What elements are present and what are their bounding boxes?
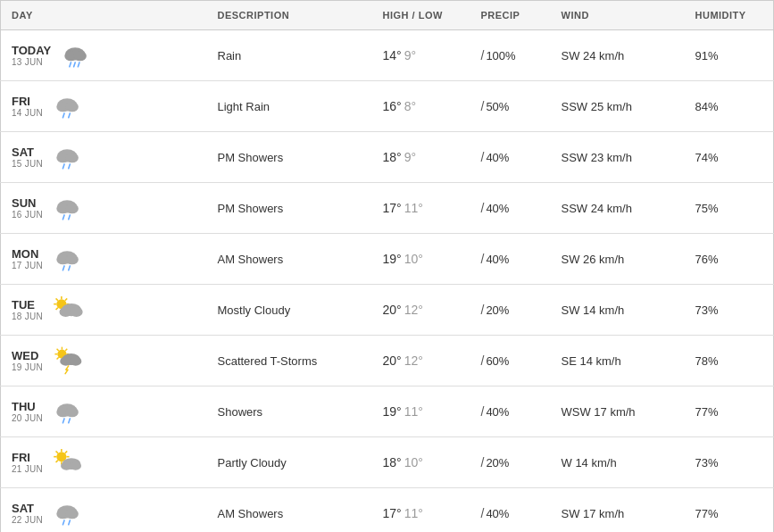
day-date: 16 JUN <box>12 210 43 220</box>
humidity-value: 84% <box>695 100 719 113</box>
temp-high: 20° <box>383 303 402 317</box>
humidity-value: 73% <box>695 303 719 317</box>
description-cell: PM Showers <box>207 132 372 183</box>
precip-value: 50% <box>486 100 509 113</box>
weather-icon <box>58 37 94 73</box>
day-cell: TODAY 13 JUN <box>1 30 207 81</box>
wind-value: W 14 km/h <box>562 456 617 470</box>
table-row: SUN 16 JUN PM Showers 17° 11° /40% <box>1 183 774 234</box>
day-date: 14 JUN <box>12 108 43 118</box>
day-date: 21 JUN <box>12 464 43 474</box>
wind-value: SE 14 km/h <box>562 354 621 368</box>
highlow-cell: 17° 11° <box>372 183 470 234</box>
humidity-cell: 78% <box>685 336 774 387</box>
svg-line-10 <box>69 113 71 118</box>
svg-line-53 <box>63 419 65 423</box>
day-name: FRI <box>12 451 43 464</box>
weather-icon <box>50 88 86 124</box>
description-text: Rain <box>218 49 242 62</box>
precip-cell: /40% <box>470 132 551 183</box>
temp-high: 19° <box>383 252 402 266</box>
day-name: WED <box>12 349 43 362</box>
svg-line-71 <box>69 520 71 525</box>
day-date: 22 JUN <box>12 515 43 525</box>
rain-drop-icon: / <box>481 404 485 419</box>
day-date: 13 JUN <box>12 57 51 67</box>
day-date: 20 JUN <box>12 413 43 423</box>
humidity-value: 76% <box>695 253 719 266</box>
day-name: SAT <box>12 145 43 159</box>
temp-low: 11° <box>404 404 423 419</box>
precip-value: 40% <box>486 202 509 215</box>
weather-icon <box>50 241 86 277</box>
table-row: FRI 14 JUN Light Rain 16° 8° /50% <box>1 81 774 132</box>
description-text: Scattered T-Storms <box>218 354 318 368</box>
description-text: Showers <box>218 405 263 419</box>
temp-low: 8° <box>404 99 416 113</box>
description-cell: AM Showers <box>207 488 372 533</box>
humidity-cell: 77% <box>685 488 774 533</box>
weather-icon <box>50 139 86 175</box>
temp-low: 11° <box>404 506 423 520</box>
wind-cell: W 14 km/h <box>551 437 685 488</box>
day-name: THU <box>12 400 43 413</box>
rain-drop-icon: / <box>481 303 485 317</box>
day-name: SAT <box>12 502 43 515</box>
highlow-cell: 19° 10° <box>372 234 470 285</box>
humidity-cell: 75% <box>685 183 774 234</box>
rain-drop-icon: / <box>481 353 485 368</box>
description-text: PM Showers <box>218 151 284 164</box>
rain-drop-icon: / <box>481 48 485 62</box>
weather-icon <box>50 190 86 226</box>
weather-icon <box>50 445 86 480</box>
wind-cell: SSW 23 km/h <box>551 132 685 183</box>
precip-cell: /40% <box>470 183 551 234</box>
wind-cell: SW 26 km/h <box>551 234 685 285</box>
humidity-cell: 74% <box>685 132 774 183</box>
highlow-cell: 16° 8° <box>372 81 470 132</box>
precip-value: 20% <box>486 303 509 317</box>
day-date: 15 JUN <box>12 159 43 169</box>
day-cell: FRI 14 JUN <box>1 81 207 132</box>
col-header-wind: WIND <box>551 1 685 30</box>
precip-cell: /20% <box>470 437 551 488</box>
wind-cell: WSW 17 km/h <box>551 387 685 437</box>
description-text: Partly Cloudy <box>218 456 287 470</box>
weather-icon <box>50 343 86 378</box>
description-cell: Mostly Cloudy <box>207 285 372 336</box>
svg-point-18 <box>66 204 79 213</box>
description-text: AM Showers <box>218 507 284 520</box>
svg-line-31 <box>56 298 58 300</box>
day-name: MON <box>12 247 43 261</box>
description-text: AM Showers <box>218 253 284 266</box>
svg-point-52 <box>66 407 79 417</box>
temp-low: 12° <box>404 353 423 368</box>
day-cell: SUN 16 JUN <box>1 183 207 234</box>
wind-value: WSW 17 km/h <box>562 405 636 419</box>
col-header-highlow: HIGH / LOW <box>372 1 470 30</box>
svg-line-33 <box>65 298 67 300</box>
svg-line-63 <box>56 461 58 462</box>
humidity-value: 77% <box>695 507 719 520</box>
highlow-cell: 20° 12° <box>372 336 470 387</box>
humidity-value: 78% <box>695 354 719 368</box>
temp-high: 18° <box>383 150 402 164</box>
table-row: MON 17 JUN AM Showers 19° 10° /40% <box>1 234 774 285</box>
svg-line-25 <box>69 266 71 270</box>
humidity-cell: 91% <box>685 30 774 81</box>
highlow-cell: 18° 10° <box>372 437 470 488</box>
description-cell: Light Rain <box>207 81 372 132</box>
svg-point-66 <box>71 461 82 470</box>
table-row: FRI 21 JUN Partly Cloudy <box>1 437 774 488</box>
wind-value: SW 26 km/h <box>562 253 625 266</box>
svg-line-4 <box>74 62 76 67</box>
day-cell: FRI 21 JUN <box>1 437 207 488</box>
humidity-cell: 76% <box>685 234 774 285</box>
temp-low: 11° <box>404 201 423 215</box>
precip-value: 40% <box>486 405 509 419</box>
rain-drop-icon: / <box>481 455 485 470</box>
description-cell: Rain <box>207 30 372 81</box>
highlow-cell: 17° 11° <box>372 488 470 533</box>
weather-icon <box>50 292 86 328</box>
table-row: SAT 22 JUN AM Showers 17° 11° /40% <box>1 488 774 533</box>
